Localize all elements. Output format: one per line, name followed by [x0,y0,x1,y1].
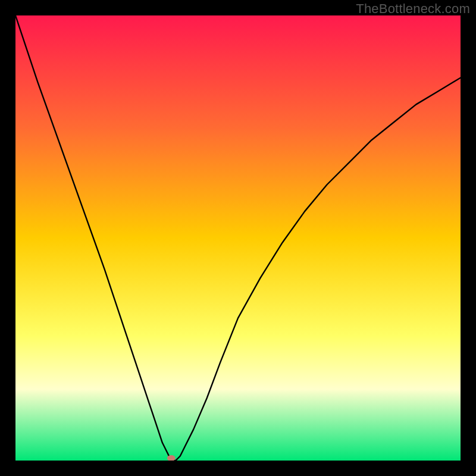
watermark-text: TheBottleneck.com [356,1,470,17]
plot-area [15,15,461,461]
chart-background [15,15,461,461]
chart-svg [15,15,461,461]
chart-frame: TheBottleneck.com [0,0,476,476]
